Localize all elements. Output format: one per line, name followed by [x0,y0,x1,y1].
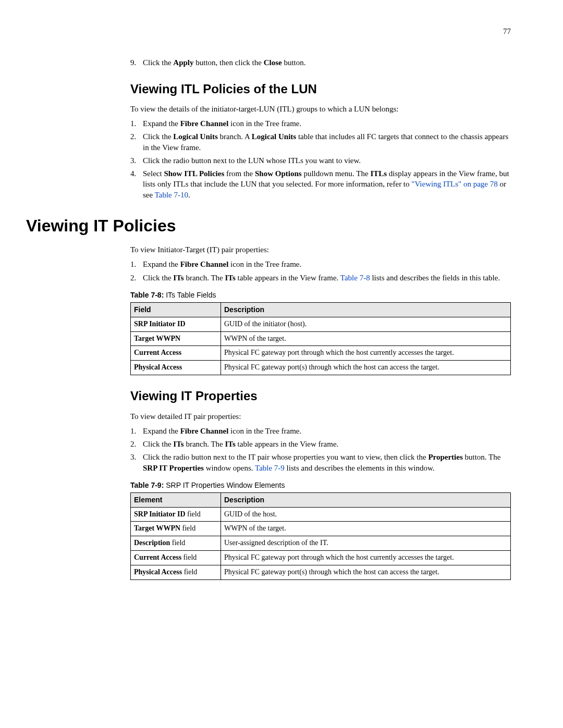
desc-cell: User-assigned description of the IT. [221,536,511,551]
desc-cell: Physical FC gateway port(s) through whic… [221,565,511,580]
list-item: 2. Click the ITs branch. The ITs table a… [130,273,511,283]
field-cell: Target WWPN [131,331,221,346]
list-item: 1. Expand the Fibre Channel icon in the … [130,118,511,129]
list-item: 3. Click the radio button next to the LU… [130,155,511,166]
list-item: 2. Click the Logical Units branch. A Log… [130,131,511,153]
desc-cell: WWPN of the target. [221,522,511,536]
col-element: Element [131,492,221,507]
col-description: Description [221,492,511,507]
step-text: Select Show ITL Policies from the Show O… [143,168,511,200]
step-number: 1. [130,118,143,129]
step-number: 3. [130,155,143,166]
table-row: Physical AccessPhysical FC gateway port(… [131,361,511,375]
table-7-8-caption: Table 7-8: ITs Table Fields [130,290,511,300]
section1-steps: 1. Expand the Fibre Channel icon in the … [130,118,511,200]
heading-viewing-it-policies: Viewing IT Policies [26,215,511,237]
step-text: Click the radio button next to the IT pa… [143,452,511,473]
element-cell: Target WWPN field [131,522,221,536]
xref-table-7-8[interactable]: Table 7-8 [340,274,370,282]
step-number: 4. [130,168,143,200]
page-number: 77 [73,26,511,36]
element-cell: Description field [131,536,221,551]
list-item: 2. Click the ITs branch. The ITs table a… [130,439,511,449]
step-number: 1. [130,259,143,269]
step-text: Expand the Fibre Channel icon in the Tre… [143,426,511,436]
table-row: SRP Initiator ID fieldGUID of the host. [131,507,511,522]
desc-cell: GUID of the initiator (host). [221,317,511,331]
section2-intro: To view Initiator-Target (IT) pair prope… [130,244,511,255]
step-text: Expand the Fibre Channel icon in the Tre… [143,118,511,129]
element-cell: Current Access field [131,551,221,565]
heading-viewing-it-properties: Viewing IT Properties [130,388,511,404]
step-text: Click the radio button next to the LUN w… [143,155,511,166]
step-text: Click the ITs branch. The ITs table appe… [143,273,511,283]
list-item: 1. Expand the Fibre Channel icon in the … [130,259,511,269]
step-number: 2. [130,439,143,449]
field-cell: Current Access [131,346,221,361]
step-text: Expand the Fibre Channel icon in the Tre… [143,259,511,269]
table-row: Target WWPNWWPN of the target. [131,331,511,346]
step-number: 3. [130,452,143,473]
table-row: Target WWPN fieldWWPN of the target. [131,522,511,536]
heading-viewing-itl-policies: Viewing ITL Policies of the LUN [130,81,511,97]
continued-steps: 9. Click the Apply button, then click th… [130,57,511,68]
desc-cell: Physical FC gateway port(s) through whic… [221,361,511,375]
step-number: 2. [130,131,143,153]
desc-cell: WWPN of the target. [221,331,511,346]
table-row: Current Access fieldPhysical FC gateway … [131,551,511,565]
section1-intro: To view the details of the initiator-tar… [130,104,511,114]
table-row: Description fieldUser-assigned descripti… [131,536,511,551]
desc-cell: Physical FC gateway port through which t… [221,551,511,565]
table-row: Current AccessPhysical FC gateway port t… [131,346,511,361]
desc-cell: GUID of the host. [221,507,511,522]
section2-steps: 1. Expand the Fibre Channel icon in the … [130,259,511,283]
table-7-9-caption: Table 7-9: SRP IT Properties Window Elem… [130,480,511,490]
list-item: 1. Expand the Fibre Channel icon in the … [130,426,511,436]
step-text: Click the Apply button, then click the C… [143,57,511,68]
field-cell: Physical Access [131,361,221,375]
xref-table-7-9[interactable]: Table 7-9 [255,464,285,472]
step-text: Click the Logical Units branch. A Logica… [143,131,511,153]
table-7-9: Element Description SRP Initiator ID fie… [130,492,511,580]
xref-viewing-itls[interactable]: "Viewing ITLs" on page 78 [411,180,497,188]
field-cell: SRP Initiator ID [131,317,221,331]
element-cell: SRP Initiator ID field [131,507,221,522]
step-number: 1. [130,426,143,436]
section3-steps: 1. Expand the Fibre Channel icon in the … [130,426,511,473]
element-cell: Physical Access field [131,565,221,580]
table-row: Physical Access fieldPhysical FC gateway… [131,565,511,580]
step-text: Click the ITs branch. The ITs table appe… [143,439,511,449]
section3-intro: To view detailed IT pair properties: [130,411,511,422]
col-field: Field [131,302,221,317]
table-7-8: Field Description SRP Initiator IDGUID o… [130,302,511,375]
col-description: Description [221,302,511,317]
xref-table-7-10[interactable]: Table 7-10 [155,191,188,199]
table-row: SRP Initiator IDGUID of the initiator (h… [131,317,511,331]
list-item: 3. Click the radio button next to the IT… [130,452,511,473]
step-number: 2. [130,273,143,283]
step-9: 9. Click the Apply button, then click th… [130,57,511,68]
desc-cell: Physical FC gateway port through which t… [221,346,511,361]
step-number: 9. [130,57,143,68]
list-item: 4. Select Show ITL Policies from the Sho… [130,168,511,200]
